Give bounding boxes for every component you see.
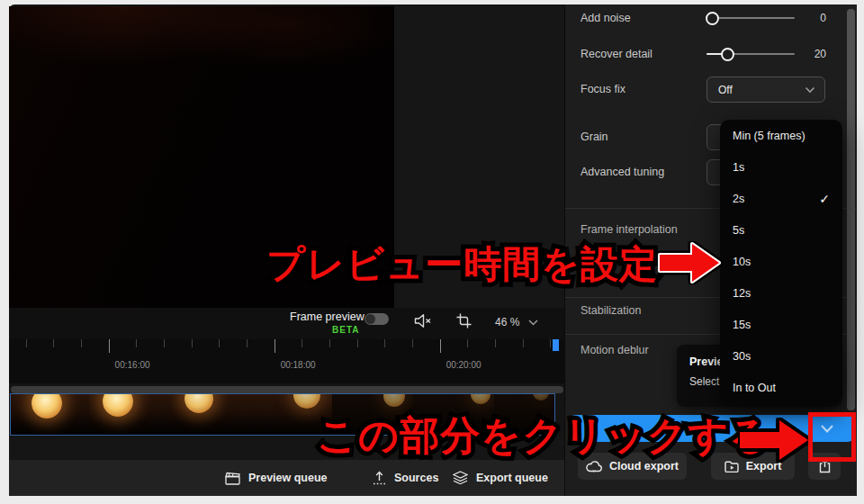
annotation-set-preview-time: プレビュー時間を設定 プレビュー時間を設定 xyxy=(266,239,658,290)
add-noise-slider-knob[interactable] xyxy=(706,12,719,25)
frame-interpolation-label: Frame interpolation xyxy=(580,223,678,236)
sidebar-scrollbar[interactable] xyxy=(847,9,855,410)
menu-item-15s[interactable]: 15s xyxy=(720,309,842,340)
sources-button[interactable]: Sources xyxy=(373,470,438,486)
ruler-major-tick xyxy=(109,339,110,353)
focus-fix-select[interactable]: Off xyxy=(706,76,825,103)
check-icon: ✓ xyxy=(819,192,830,206)
advanced-tuning-label: Advanced tuning xyxy=(580,166,664,178)
ruler-minor-tick xyxy=(219,339,220,347)
add-noise-label: Add noise xyxy=(580,12,631,24)
menu-item-1s[interactable]: 1s xyxy=(720,151,842,183)
timeline-timestamp: 00:18:00 xyxy=(281,360,316,370)
moon-thumbnail-image xyxy=(383,394,405,407)
export-queue-button[interactable]: Export queue xyxy=(453,470,548,486)
ruler-minor-tick xyxy=(192,339,193,347)
filmstrip-thumbnail[interactable] xyxy=(11,394,90,435)
menu-item-10s[interactable]: 10s xyxy=(720,246,842,277)
moon-thumbnail-image xyxy=(533,394,549,400)
crop-button[interactable] xyxy=(456,313,472,328)
toggle-knob xyxy=(365,314,375,324)
grain-label: Grain xyxy=(580,130,608,143)
add-noise-slider[interactable] xyxy=(706,17,795,19)
annotation-arrow-right xyxy=(658,241,723,284)
timeline-ruler[interactable]: 00:16:0000:18:0000:20:00 xyxy=(9,339,564,383)
menu-item-min-5-frames[interactable]: Min (5 frames) xyxy=(720,120,842,151)
timeline-scrollbar[interactable] xyxy=(11,386,563,393)
ruler-minor-tick xyxy=(247,339,248,347)
chevron-down-icon xyxy=(528,320,538,326)
ruler-major-tick xyxy=(440,339,441,353)
moon-thumbnail-image xyxy=(471,394,490,404)
focus-fix-label: Focus fix xyxy=(580,83,626,95)
stabilization-label: Stabilization xyxy=(580,304,641,317)
ruler-minor-tick xyxy=(550,339,551,347)
preview-queue-label: Preview queue xyxy=(248,472,328,484)
ruler-minor-tick xyxy=(329,339,330,347)
ruler-minor-tick xyxy=(53,339,54,347)
moon-thumbnail-image xyxy=(293,394,320,409)
ruler-minor-tick xyxy=(26,339,27,347)
preview-controls-bar xyxy=(9,308,564,339)
ruler-major-tick xyxy=(274,339,275,353)
beta-badge: BETA xyxy=(332,325,359,335)
moon-thumbnail-image xyxy=(32,394,62,418)
annotation-arrow-right-2 xyxy=(738,418,810,463)
filmstrip-thumbnail[interactable] xyxy=(170,394,252,435)
menu-item-12s[interactable]: 12s xyxy=(720,277,842,309)
timeline-timestamp: 00:20:00 xyxy=(446,360,482,370)
layers-icon xyxy=(453,471,468,485)
mute-audio-button[interactable] xyxy=(414,313,434,328)
app-window: Add noise 0 Recover detail 20 Focus fix … xyxy=(0,0,864,504)
timeline-timestamp: 00:16:00 xyxy=(115,360,150,370)
focus-fix-selected-value: Off xyxy=(718,84,805,96)
crop-icon xyxy=(456,313,472,328)
ruler-minor-tick xyxy=(302,339,302,347)
export-queue-label: Export queue xyxy=(476,472,548,484)
menu-item-2s-label: 2s xyxy=(733,193,744,205)
frame-preview-label: Frame preview xyxy=(290,310,364,323)
preview-queue-button[interactable]: Preview queue xyxy=(225,470,328,486)
ruler-minor-tick xyxy=(412,339,413,347)
sources-label: Sources xyxy=(394,472,438,484)
menu-item-in-to-out[interactable]: In to Out xyxy=(720,372,842,403)
menu-item-30s[interactable]: 30s xyxy=(720,340,842,372)
frame-preview-toggle[interactable] xyxy=(364,313,389,325)
ruler-minor-tick xyxy=(384,339,385,347)
timeline-playhead[interactable] xyxy=(553,339,559,351)
zoom-level-control[interactable]: 46 % xyxy=(495,315,542,329)
recover-detail-slider-knob[interactable] xyxy=(721,48,734,61)
speaker-muted-icon xyxy=(414,313,434,328)
motion-deblur-label: Motion deblur xyxy=(580,344,649,356)
ruler-minor-tick xyxy=(467,339,468,347)
annotation-click-this-part: この部分をクリックする この部分をクリックする xyxy=(317,410,770,463)
upload-icon xyxy=(373,471,386,485)
recover-detail-value: 20 xyxy=(799,48,826,60)
menu-item-2s[interactable]: 2s ✓ xyxy=(720,183,842,214)
clapperboard-icon xyxy=(225,472,240,485)
ruler-minor-tick xyxy=(164,339,165,347)
ruler-minor-tick xyxy=(357,339,358,347)
moon-thumbnail-image xyxy=(184,394,213,413)
ruler-minor-tick xyxy=(523,339,524,347)
recover-detail-label: Recover detail xyxy=(580,48,652,60)
menu-item-5s[interactable]: 5s xyxy=(720,214,842,246)
moon-thumbnail-image xyxy=(103,394,133,417)
add-noise-value: 0 xyxy=(799,12,826,24)
zoom-level-value: 46 % xyxy=(495,316,519,328)
chevron-down-icon xyxy=(805,86,815,94)
ruler-minor-tick xyxy=(81,339,82,347)
ruler-minor-tick xyxy=(136,339,137,347)
annotation-highlight-box xyxy=(808,412,856,462)
filmstrip-thumbnail[interactable] xyxy=(89,394,171,435)
ruler-minor-tick xyxy=(495,339,496,347)
preview-duration-menu: Min (5 frames) 1s 2s ✓ 5s 10s 12s 15s 30… xyxy=(720,120,842,403)
